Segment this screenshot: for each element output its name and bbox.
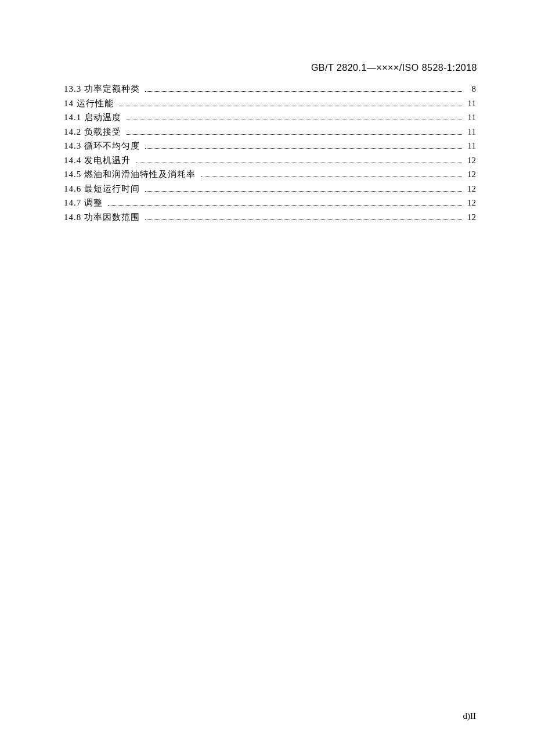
toc-page: 12 [464,156,476,165]
toc-page: 11 [464,99,476,108]
toc-title: 负载接受 [81,128,124,136]
toc-page: 12 [464,213,476,222]
toc-entry: 14.5 燃油和润滑油特性及消耗率 12 [64,170,476,179]
table-of-contents: 13.3 功率定额种类 8 14 运行性能 11 14.1 启动温度 11 14… [64,85,476,222]
toc-leader [145,191,462,192]
toc-entry: 13.3 功率定额种类 8 [64,85,476,93]
page-footer-marker: d)II [463,711,477,721]
toc-title: 功率因数范围 [81,213,143,222]
toc-leader [145,148,462,149]
toc-number: 14.4 [64,156,81,165]
toc-number: 14.3 [64,142,81,150]
toc-leader [136,163,462,163]
toc-page: 8 [464,85,476,93]
toc-page: 12 [464,170,476,179]
toc-page: 12 [464,185,476,193]
toc-number: 14.6 [64,185,81,193]
toc-entry: 14.7 调整 12 [64,199,476,207]
toc-entry: 14.2 负载接受 11 [64,128,476,136]
toc-number: 14.8 [64,213,81,222]
toc-title: 发电机温升 [81,156,134,165]
toc-title: 运行性能 [74,99,117,108]
toc-title: 功率定额种类 [81,85,143,93]
toc-number: 14.5 [64,170,81,179]
standard-code-header: GB/T 2820.1—××××/ISO 8528-1:2018 [311,63,477,73]
toc-title: 燃油和润滑油特性及消耗率 [81,170,199,179]
toc-number: 14.1 [64,113,81,122]
toc-number: 13.3 [64,85,81,93]
toc-leader [127,134,462,135]
toc-entry: 14.8 功率因数范围 12 [64,213,476,222]
toc-entry: 14.1 启动温度 11 [64,113,476,122]
toc-leader [201,177,462,177]
toc-page: 11 [464,142,476,150]
toc-title: 启动温度 [81,113,124,122]
toc-leader [108,205,462,206]
toc-number: 14 [64,99,74,108]
toc-title: 循环不均匀度 [81,142,143,150]
toc-page: 11 [464,113,476,122]
toc-title: 调整 [81,199,106,207]
toc-leader [145,91,462,92]
toc-page: 12 [464,199,476,207]
toc-number: 14.2 [64,128,81,136]
toc-title: 最短运行时间 [81,185,143,193]
toc-page: 11 [464,128,476,136]
toc-leader [145,219,462,220]
document-page: GB/T 2820.1—××××/ISO 8528-1:2018 13.3 功率… [0,0,534,756]
toc-entry: 14.6 最短运行时间 12 [64,185,476,193]
toc-entry: 14.3 循环不均匀度 11 [64,142,476,150]
toc-entry: 14 运行性能 11 [64,99,476,108]
toc-leader [127,120,462,120]
toc-entry: 14.4 发电机温升 12 [64,156,476,165]
toc-number: 14.7 [64,199,81,207]
toc-leader [119,106,463,106]
